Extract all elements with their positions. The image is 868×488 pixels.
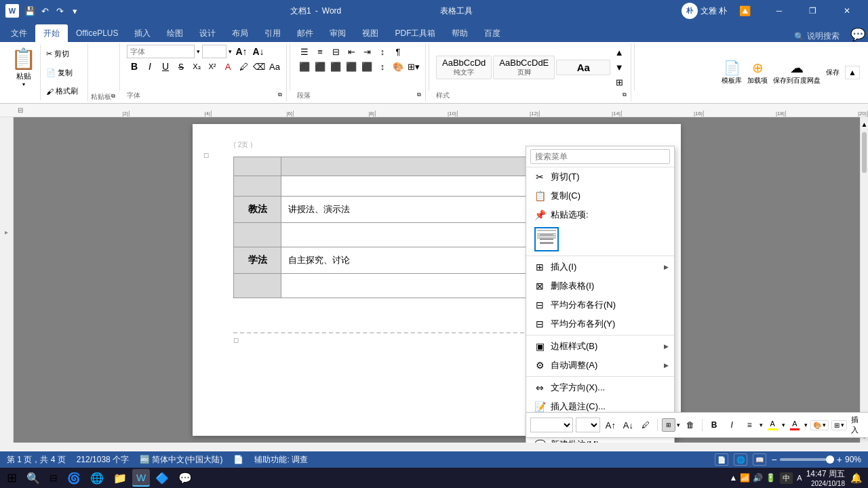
explain-search-button[interactable]: 🔍 说明搜索 (789, 30, 845, 42)
style-item-footer[interactable]: AaBbCcDdE 页脚 (493, 56, 555, 79)
styles-expand[interactable]: ⊞ (612, 75, 627, 89)
menu-item-delete-table[interactable]: ⊠ 删除表格(I) (526, 277, 674, 296)
bullet-list-button[interactable]: ☰ (297, 45, 312, 58)
taskbar-app-6[interactable]: 💬 (174, 469, 196, 487)
distribute-button[interactable]: ⬛ (359, 60, 374, 73)
menu-item-autofit[interactable]: ⚙ 自动调整(A) (526, 356, 674, 375)
ruler-toggle[interactable]: ⊟ (14, 106, 27, 114)
mini-italic-button[interactable]: I (724, 418, 739, 432)
mini-table-dropdown[interactable]: ▾ (677, 422, 680, 428)
italic-button[interactable]: I (142, 60, 157, 73)
page-layout-indicator[interactable]: 📄 (233, 455, 243, 464)
aa-button[interactable]: Aa (267, 60, 282, 73)
taskbar-word-button[interactable]: W (132, 469, 150, 487)
menu-item-distribute-cols[interactable]: ⊟ 平均分布各列(Y) (526, 314, 674, 333)
font-name-input[interactable] (127, 45, 195, 58)
multilevel-list-button[interactable]: ⊟ (328, 45, 343, 58)
redo-button[interactable]: ↷ (53, 4, 66, 18)
zoom-out-button[interactable]: − (772, 454, 777, 465)
menu-item-copy[interactable]: 📋 复制(C) (526, 186, 674, 205)
shading-dropdown[interactable]: ▾ (823, 422, 826, 428)
mini-table-grid-button[interactable]: ⊞ (662, 418, 675, 432)
decrease-font-button[interactable]: A↓ (251, 45, 266, 58)
mini-delete-button[interactable]: 🗑 (683, 418, 698, 432)
taskbar-app-5[interactable]: 🔷 (151, 469, 173, 487)
input-method-indicator[interactable]: 中 (780, 472, 793, 484)
tray-up-arrow[interactable]: ▲ (729, 473, 737, 483)
increase-indent-button[interactable]: ⇥ (359, 45, 374, 58)
ribbon-collapse-button[interactable]: 🔼 (730, 0, 761, 22)
show-marks-button[interactable]: ¶ (391, 45, 406, 58)
undo-button[interactable]: ↶ (38, 4, 52, 18)
zoom-level[interactable]: 90% (845, 455, 861, 464)
mini-font-size-select[interactable] (576, 418, 600, 432)
superscript-button[interactable]: X² (205, 60, 220, 73)
zoom-in-button[interactable]: + (837, 454, 842, 465)
tab-layout[interactable]: 布局 (224, 24, 256, 42)
view-mode-web-button[interactable]: 🌐 (734, 453, 747, 466)
save-baidu-button[interactable]: ☁ 保存到百度网盘 (773, 60, 821, 85)
tab-references[interactable]: 引用 (256, 24, 289, 42)
collapse-ribbon-button[interactable]: ▲ (845, 66, 860, 79)
time-display[interactable]: 14:47 周五 2024/10/18 (806, 468, 845, 487)
add-item-button[interactable]: ⊕ 加载项 (747, 60, 768, 85)
mini-font-style-button[interactable]: 🖊 (638, 418, 653, 432)
mini-bold-button[interactable]: B (707, 418, 722, 432)
tab-draw[interactable]: 绘图 (159, 24, 191, 42)
accessibility-indicator[interactable]: 辅助功能: 调查 (254, 454, 308, 466)
start-button[interactable]: ⊞ (3, 469, 21, 487)
borders-button[interactable]: ⊞▾ (406, 60, 421, 73)
mini-highlight-dropdown[interactable]: ▾ (782, 422, 785, 428)
paste-dropdown-icon[interactable]: ▾ (22, 81, 25, 87)
taskbar-app-1[interactable]: 🌀 (63, 469, 85, 487)
tab-pdf-tools[interactable]: PDF工具箱 (387, 24, 443, 42)
notification-button[interactable]: 🔔 (849, 471, 863, 485)
menu-search-input[interactable] (530, 149, 670, 164)
volume-icon[interactable]: 🔊 (753, 473, 763, 483)
decrease-indent-button[interactable]: ⇤ (344, 45, 359, 58)
font-size-dropdown[interactable]: ▾ (229, 48, 232, 55)
mini-increase-font-button[interactable]: A↑ (603, 418, 618, 432)
view-mode-print-button[interactable]: 📄 (715, 453, 728, 466)
view-mode-read-button[interactable]: 📖 (753, 453, 766, 466)
mini-decrease-font-button[interactable]: A↓ (620, 418, 635, 432)
styles-scroll-up[interactable]: ▲ (612, 45, 627, 59)
paste-large-button[interactable]: 📋 粘贴 ▾ (7, 45, 41, 100)
mini-align-dropdown[interactable]: ▾ (760, 422, 763, 428)
shading-button[interactable]: 🎨 (391, 60, 406, 73)
styles-scroll-down[interactable]: ▼ (612, 60, 627, 74)
page-info[interactable]: 第 1 页，共 4 页 (7, 454, 66, 466)
strikethrough-button[interactable]: S̶ (174, 60, 189, 73)
bold-button[interactable]: B (127, 60, 142, 73)
tab-baidu[interactable]: 百度 (476, 24, 509, 42)
format-painter-button[interactable]: 🖌 格式刷 (43, 85, 81, 98)
underline-button[interactable]: U (158, 60, 173, 73)
qat-dropdown-button[interactable]: ▾ (68, 4, 81, 18)
font-clear-button[interactable]: ⌫ (252, 60, 267, 73)
subscript-button[interactable]: X₂ (189, 60, 204, 73)
template-button[interactable]: 📄 模板库 (722, 60, 742, 85)
task-view-button[interactable]: ⊟ (45, 469, 62, 487)
menu-item-distribute-rows[interactable]: ⊟ 平均分布各行(N) (526, 296, 674, 314)
language-indicator[interactable]: 🔤 简体中文(中国大陆) (140, 454, 222, 466)
zoom-slider[interactable] (780, 458, 834, 461)
clipboard-expand-icon[interactable]: ⧉ (111, 93, 115, 100)
menu-item-text-direction[interactable]: ⇔ 文字方向(X)... (526, 378, 674, 397)
tab-design[interactable]: 设计 (191, 24, 224, 42)
numbered-list-button[interactable]: ≡ (313, 45, 328, 58)
close-button[interactable]: ✕ (831, 0, 863, 22)
tab-home[interactable]: 开始 (35, 24, 68, 42)
mini-borders-button[interactable]: ⊞ ▾ (831, 420, 847, 430)
align-right-button[interactable]: ⬛ (328, 60, 343, 73)
menu-item-cut[interactable]: ✂ 剪切(T) (526, 167, 674, 186)
taskbar-app-3[interactable]: 📁 (109, 469, 131, 487)
mini-font-color-dropdown[interactable]: ▾ (804, 422, 808, 428)
tab-insert[interactable]: 插入 (126, 24, 159, 42)
copy-button[interactable]: 📄 复制 (43, 66, 81, 79)
line-spacing-button[interactable]: ↕ (375, 60, 390, 73)
justify-button[interactable]: ⬛ (344, 60, 359, 73)
char-count[interactable]: 212/1038 个字 (77, 454, 129, 466)
sort-button[interactable]: ↕ (375, 45, 390, 58)
font-name-dropdown[interactable]: ▾ (197, 48, 200, 55)
style-item-heading[interactable]: Aa (556, 60, 610, 75)
